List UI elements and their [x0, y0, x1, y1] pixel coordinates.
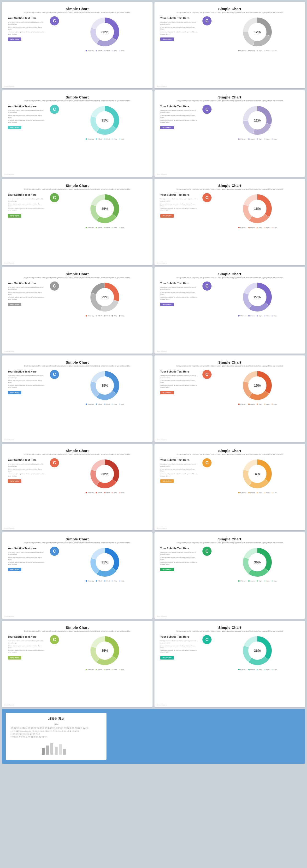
donut-label: 35%: [101, 472, 108, 476]
body-text: Lorem ipsum dolor sit amet consectetur a…: [8, 552, 46, 556]
legend-label: #March: [98, 580, 102, 582]
legend-label: #March: [250, 580, 255, 582]
left-col: Your Subtitle Text Here Lorem ipsum dolo…: [160, 547, 199, 571]
legend-item: #July: [119, 315, 124, 316]
body-text: Ut enim ad minim veniam quis nostrud exe…: [160, 291, 199, 296]
slide-footer: Simple Infographic: [157, 704, 167, 706]
icon-box: C: [50, 458, 59, 467]
slide-5: Simple Chart Simply dummy text of the pr…: [2, 179, 152, 265]
legend-label: #February: [88, 403, 94, 405]
legend-dot: [272, 50, 273, 52]
right-col: 36% #February #March: [215, 635, 299, 670]
legend-label: #March: [98, 492, 102, 493]
legend-dot: [248, 492, 250, 493]
donut-label: 35%: [101, 207, 108, 211]
slide-8: Simple Chart Simply dummy text of the pr…: [155, 267, 305, 353]
right-col: 12% #February #March: [215, 16, 299, 52]
read-more-button[interactable]: READ MORE: [8, 37, 21, 41]
body-text: Lorem ipsum dolor sit amet consectetur a…: [8, 463, 46, 467]
legend-dot: [257, 492, 258, 493]
slide-1: Simple Chart Simply dummy text of the pr…: [2, 2, 152, 88]
legend-dot: [248, 315, 250, 316]
slide-subtitle-small: Simply dummy text of the printing and ty…: [8, 11, 147, 13]
legend-item: #March: [248, 669, 255, 670]
read-more-button[interactable]: READ MORE: [8, 214, 21, 218]
center-col: C: [201, 635, 213, 645]
legend-dot: [119, 669, 121, 670]
legend-dot: [111, 138, 113, 140]
icon-box: C: [50, 105, 59, 114]
legend-item: #April: [257, 138, 262, 140]
slide-body: Your Subtitle Text Here Lorem ipsum dolo…: [8, 16, 147, 52]
subtitle-text: Your Subtitle Text Here: [8, 193, 46, 196]
slide-header: Simple Chart Simply dummy text of the pr…: [8, 360, 147, 367]
slide-body: Your Subtitle Text Here Lorem ipsum dolo…: [8, 458, 147, 493]
center-col: C: [48, 281, 61, 291]
legend-label: #February: [88, 669, 94, 670]
donut-chart: 35%: [89, 547, 121, 578]
donut-label: 12%: [254, 30, 261, 34]
read-more-button[interactable]: READ MORE: [160, 37, 174, 41]
legend-item: #February: [86, 669, 94, 670]
body-text: Lorem ipsum dolor sit amet consectetur a…: [8, 21, 46, 25]
legend-label: #April: [259, 492, 262, 493]
donut-chart: 27%: [242, 281, 273, 313]
donut-chart: 12%: [242, 16, 273, 48]
legend-label: #April: [259, 580, 262, 582]
read-more-button[interactable]: READ MORE: [160, 568, 174, 571]
slide-footer: Simple Infographic: [4, 439, 14, 440]
body-text: consectetur adipiscing elit sed do eiusm…: [160, 561, 199, 565]
legend-item: #April: [104, 669, 110, 670]
read-more-button[interactable]: READ MORE: [160, 656, 174, 659]
legend-dot: [264, 492, 266, 493]
legend-item: #April: [257, 580, 262, 582]
read-more-button[interactable]: READ MORE: [8, 568, 21, 571]
legend-item: #April: [104, 227, 110, 228]
legend: #February #March #April: [86, 50, 124, 52]
legend-item: #July: [272, 315, 277, 316]
legend-item: #March: [248, 227, 255, 228]
read-more-button[interactable]: READ MORE: [8, 303, 21, 306]
body-text: Lorem ipsum dolor sit amet consectetur a…: [160, 640, 199, 644]
slide-header: Simple Chart Simply dummy text of the pr…: [160, 448, 299, 455]
legend-dot: [96, 315, 97, 316]
slide-subtitle-small: Simply dummy text of the printing and ty…: [160, 365, 299, 367]
left-col: Your Subtitle Text Here Lorem ipsum dolo…: [8, 635, 46, 659]
legend-item: #April: [104, 580, 110, 582]
legend-item: #February: [238, 669, 246, 670]
legend-item: #April: [104, 50, 110, 52]
right-col: 36% #February #March: [215, 547, 299, 582]
read-more-button[interactable]: READ MORE: [8, 479, 21, 483]
slide-footer: Simple Infographic: [157, 351, 167, 352]
read-more-button[interactable]: READ MORE: [8, 391, 21, 394]
legend-item: #May: [264, 669, 269, 670]
slide-header: Simple Chart Simply dummy text of the pr…: [8, 537, 147, 544]
subtitle-text: Your Subtitle Text Here: [160, 547, 199, 550]
slide-16: Simple Chart Simply dummy text of the pr…: [155, 621, 305, 707]
slide-2: Simple Chart Simply dummy text of the pr…: [155, 2, 305, 88]
left-col: Your Subtitle Text Here Lorem ipsum dolo…: [8, 370, 46, 394]
body-text: consectetur adipiscing elit sed do eiusm…: [160, 208, 199, 212]
read-more-button[interactable]: READ MORE: [160, 126, 174, 129]
donut-chart: 35%: [89, 635, 121, 666]
read-more-button[interactable]: READ MORE: [160, 479, 174, 483]
slide-3: Simple Chart Simply dummy text of the pr…: [2, 90, 152, 177]
slide-13: Simple Chart Simply dummy text of the pr…: [2, 532, 152, 619]
legend-label: #February: [88, 50, 94, 52]
read-more-button[interactable]: READ MORE: [160, 303, 174, 306]
slide-body: Your Subtitle Text Here Lorem ipsum dolo…: [8, 370, 147, 405]
legend: #February #March #April: [86, 315, 124, 316]
read-more-button[interactable]: READ MORE: [160, 391, 174, 394]
icon-box: C: [202, 370, 211, 379]
read-more-button[interactable]: READ MORE: [8, 126, 21, 129]
read-more-button[interactable]: READ MORE: [8, 656, 21, 659]
legend-dot: [238, 580, 240, 582]
legend-label: #March: [250, 315, 255, 316]
slide-body: Your Subtitle Text Here Lorem ipsum dolo…: [8, 281, 147, 316]
subtitle-text: Your Subtitle Text Here: [160, 16, 199, 20]
subtitle-text: Your Subtitle Text Here: [160, 105, 199, 108]
read-more-button[interactable]: READ MORE: [160, 214, 174, 218]
slide-footer: Simple Infographic: [4, 174, 14, 175]
center-col: C: [201, 370, 213, 380]
icon-box: C: [202, 105, 211, 114]
